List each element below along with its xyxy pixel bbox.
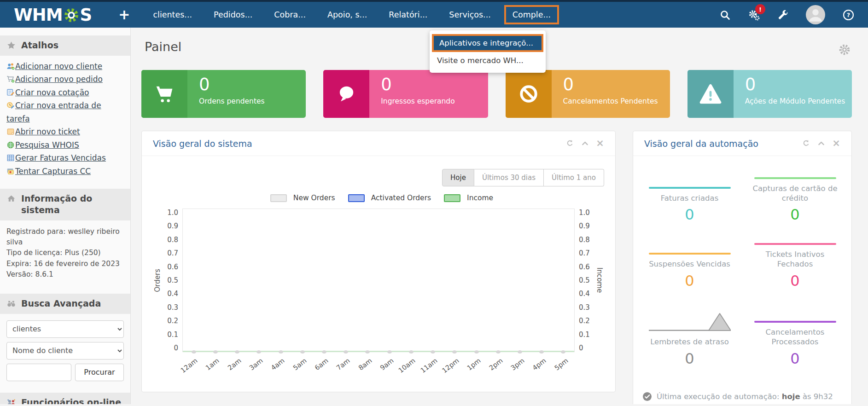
y-tick: 0.3 (579, 303, 595, 312)
chart-range-tabs: HojeÚltimos 30 diasÚltimo 1 ano (153, 169, 604, 186)
shortcuts-title: Atalhos (21, 40, 58, 52)
y-tick: 0 (162, 344, 178, 352)
y-tick: 0.5 (579, 276, 595, 284)
logo-text-suffix: S (80, 5, 92, 25)
automation-overview-title: Visão geral da automação (644, 139, 758, 149)
y-tick: 0.8 (579, 236, 595, 244)
search-category-select[interactable]: clientes (6, 320, 124, 338)
shortcut-label: Gerar Faturas Vencidas (15, 153, 106, 162)
automation-stat-label: Suspensões Vencidas (642, 260, 737, 269)
system-info-title: Informação do sistema (21, 193, 124, 216)
nav-item-7[interactable]: Comple... (504, 5, 559, 24)
close-icon[interactable]: × (596, 139, 604, 148)
settings-gear-icon[interactable]: ! (748, 9, 760, 21)
search-input[interactable] (6, 364, 71, 381)
x-tick-12am: 12am (179, 357, 199, 374)
legend-swatch-2 (348, 194, 365, 202)
stat-card-body: 0Ingressos esperando (369, 70, 488, 118)
advanced-search-form: clientes Nome do cliente Procurar (0, 314, 130, 385)
x-tick-4pm: 4pm (531, 357, 548, 372)
legend-label-3: Income (467, 194, 493, 202)
system-info-line-1: Registrado para: weslley ribeiro silva (6, 226, 124, 248)
x-tick-10am: 10am (397, 357, 417, 374)
dropdown-item-2[interactable]: Visite o mercado WH... (430, 52, 546, 69)
nav-item-4[interactable]: Apoio, s... (327, 6, 367, 23)
shortcut-label: Criar nova entrada de tarefa (6, 101, 101, 123)
automation-stat-label: Capturas de cartão de crédito (748, 184, 842, 203)
shortcut-link-2[interactable]: Adicionar novo pedido (6, 73, 124, 86)
shortcut-label: Pesquisa WHOIS (15, 140, 79, 150)
stat-card-label: Cancelamentos Pendentes (563, 97, 670, 105)
y-tick: 0.7 (579, 249, 595, 257)
refresh-icon[interactable] (565, 139, 574, 148)
nav-item-3[interactable]: Cobra... (274, 6, 306, 23)
automation-stat-value: 0 (642, 351, 737, 367)
collapse-chevron-up-icon[interactable] (817, 139, 825, 148)
stat-card-label: Ações de Módulo Pendentes (745, 97, 852, 105)
help-icon[interactable]: ? (842, 9, 854, 21)
user-avatar[interactable] (806, 5, 825, 24)
shortcut-link-8[interactable]: Tentar Capturas CC (6, 165, 124, 178)
dropdown-item-1[interactable]: Aplicativos e integraçõ... (432, 34, 543, 52)
refresh-icon[interactable] (802, 139, 810, 148)
search-field-select[interactable]: Nome do cliente (6, 342, 124, 360)
nav-item-1[interactable]: clientes... (153, 6, 192, 23)
stat-card-2[interactable]: 0Ingressos esperando (323, 70, 488, 118)
automation-stat-value: 0 (748, 207, 842, 223)
home-icon (6, 194, 16, 203)
shortcut-label: Adicionar novo cliente (15, 62, 102, 71)
system-overview-title: Visão geral do sistema (153, 139, 252, 149)
x-tick-2am: 2am (226, 357, 242, 371)
system-overview-chart: Orders 1.00.90.80.70.60.50.40.30.20.10 1… (153, 209, 604, 378)
system-overview-panel: Visão geral do sistema × HojeÚltimos 30 … (141, 131, 616, 392)
y-axis-ticks-right: 1.00.90.80.70.60.50.40.30.20.10 (575, 209, 595, 352)
nav-item-5[interactable]: Relatóri... (389, 6, 427, 23)
chat-icon (323, 70, 369, 118)
stat-card-label: Ordens pendentes (199, 97, 306, 105)
stat-color-bar (642, 187, 737, 189)
whmcs-logo[interactable]: WHM S (14, 5, 92, 25)
advanced-search-header: Busca Avançada (0, 294, 130, 314)
shortcut-label: Abrir novo ticket (15, 127, 80, 136)
legend-swatch-1 (270, 194, 287, 202)
task-icon (6, 100, 15, 109)
x-tick-7am: 7am (335, 357, 351, 371)
stat-card-3[interactable]: 0Cancelamentos Pendentes (506, 70, 670, 118)
chart-tab-3[interactable]: Último 1 ano (544, 169, 604, 186)
system-info-line-3: Expira: 16 de fevereiro de 2023 (6, 259, 124, 269)
automation-overview-panel: Visão geral da automação × Faturas criad… (633, 131, 852, 404)
stat-cards-row: 0Ordens pendentes0Ingressos esperando0Ca… (141, 70, 852, 118)
shortcut-link-6[interactable]: Pesquisa WHOIS (6, 139, 124, 152)
automation-stat-value: 0 (642, 207, 737, 223)
close-icon[interactable]: × (832, 139, 840, 148)
y-tick: 1.0 (579, 209, 595, 217)
search-submit-button[interactable]: Procurar (75, 364, 124, 381)
shortcut-link-1[interactable]: Adicionar novo cliente (6, 60, 124, 73)
nav-item-2[interactable]: Pedidos... (214, 6, 252, 23)
shortcut-link-5[interactable]: Abrir novo ticket (6, 125, 124, 139)
cart-add-icon (6, 74, 15, 82)
legend-label-1: New Orders (293, 194, 335, 202)
shortcut-link-3[interactable]: Criar nova cotação (6, 86, 124, 99)
addons-dropdown-menu: Aplicativos e integraçõ...Visite o merca… (430, 30, 546, 73)
stat-bar (754, 243, 836, 245)
search-icon[interactable] (719, 9, 731, 21)
shortcut-link-4[interactable]: Criar nova entrada de tarefa (6, 99, 124, 125)
chart-tab-2[interactable]: Últimos 30 dias (474, 169, 544, 186)
stat-card-4[interactable]: 0Ações de Módulo Pendentes (687, 70, 852, 118)
nav-item-6[interactable]: Serviços... (449, 6, 490, 23)
system-info-line-4: Versão: 8.6.1 (6, 269, 124, 280)
shortcut-link-7[interactable]: Gerar Faturas Vencidas (6, 151, 124, 165)
stat-card-1[interactable]: 0Ordens pendentes (141, 70, 306, 118)
dashboard-settings-gear-icon[interactable] (838, 43, 851, 56)
x-tick-3pm: 3pm (509, 357, 526, 372)
globe-icon (6, 140, 15, 148)
chart-tab-1[interactable]: Hoje (442, 169, 474, 186)
stat-card-value: 0 (199, 75, 306, 95)
tools-wrench-icon[interactable] (777, 9, 789, 21)
quick-add-button[interactable]: + (118, 8, 130, 22)
advanced-search-title: Busca Avançada (21, 298, 101, 310)
collapse-chevron-up-icon[interactable] (581, 139, 589, 148)
binoculars-icon (6, 299, 16, 308)
shortcut-list: Adicionar novo clienteAdicionar novo ped… (0, 56, 130, 181)
